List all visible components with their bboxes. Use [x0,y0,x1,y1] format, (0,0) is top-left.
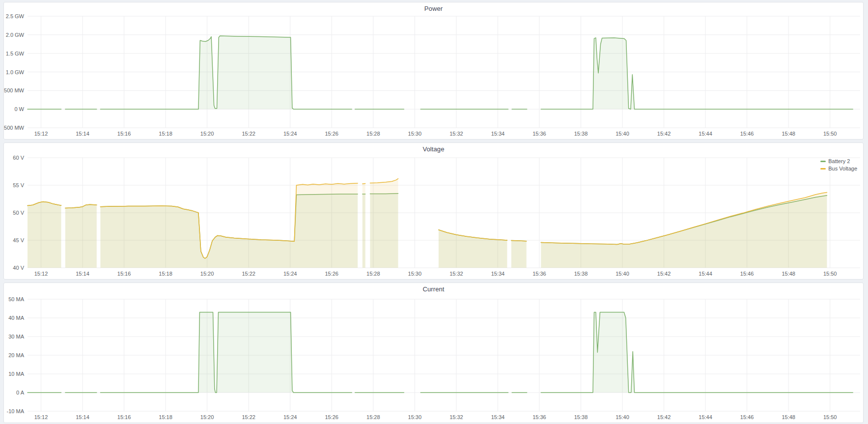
y-axis-tick-label: 1.5 GW [6,51,25,57]
x-axis-tick-label: 15:22 [242,414,255,420]
x-axis-tick-label: 15:14 [76,414,89,420]
grafana-dashboard: { "colors": { "green": "#7EB26D", "yello… [0,0,868,424]
power-gw-area-fill [541,38,853,109]
x-axis-tick-label: 15:16 [117,271,131,277]
battery-2-series-swatch [820,161,826,162]
x-axis-tick-label: 15:30 [408,271,422,277]
x-axis-tick-label: 15:30 [408,414,422,420]
x-axis-tick-label: 15:48 [782,131,795,137]
x-axis-tick-label: 15:36 [532,271,546,277]
x-axis-tick-label: 15:22 [242,271,255,277]
x-axis-tick-label: 15:12 [34,271,48,277]
x-axis-tick-label: 15:44 [699,131,712,137]
y-axis-tick-label: -10 MA [7,408,25,414]
y-axis-tick-label: 40 V [13,265,24,271]
x-axis-tick-label: 15:38 [574,131,588,137]
x-axis-tick-label: 15:14 [76,131,89,137]
legend-label-bus-voltage[interactable]: Bus Voltage [828,165,857,172]
x-axis-tick-label: 15:32 [449,131,463,137]
power-gw-line [541,38,853,109]
bus-voltage-area-fill [65,204,97,268]
voltage-chart-plot[interactable]: 60 V55 V50 V45 V40 V15:1215:1415:1615:18… [4,143,863,279]
x-axis-tick-label: 15:24 [283,131,297,137]
x-axis-tick-label: 15:44 [699,414,712,420]
current-ma-line [541,312,853,393]
x-axis-tick-label: 15:26 [325,131,338,137]
y-axis-tick-label: 50 V [13,210,24,216]
bus-voltage-area-fill [439,230,507,268]
x-axis-tick-label: 15:44 [699,271,712,277]
power-panel: Power 2.5 GW2.0 GW1.5 GW1.0 GW500 MW0 W-… [3,2,864,140]
current-panel: Current 50 MA40 MA30 MA20 MA10 MA0 A-10 … [3,283,864,423]
bus-voltage-line [363,184,365,184]
x-axis-tick-label: 15:26 [325,271,338,277]
x-axis-tick-label: 15:20 [200,414,214,420]
y-axis-tick-label: 1.0 GW [6,69,25,75]
voltage-panel-title[interactable]: Voltage [4,145,863,153]
x-axis-tick-label: 15:34 [491,414,505,420]
x-axis-tick-label: 15:18 [159,131,172,137]
y-axis-tick-label: 2.5 GW [6,13,25,19]
bus-voltage-area-fill [370,179,398,268]
x-axis-tick-label: 15:38 [574,414,588,420]
y-axis-tick-label: 0 A [16,390,25,396]
current-panel-title[interactable]: Current [4,285,863,293]
x-axis-tick-label: 15:12 [34,414,48,420]
x-axis-tick-label: 15:30 [408,131,422,137]
power-chart-plot[interactable]: 2.5 GW2.0 GW1.5 GW1.0 GW500 MW0 W-500 MW… [4,2,863,139]
x-axis-tick-label: 15:28 [366,131,380,137]
x-axis-tick-label: 15:14 [76,271,89,277]
current-ma-area-fill [541,312,853,393]
x-axis-tick-label: 15:28 [366,271,380,277]
x-axis-tick-label: 15:20 [200,271,214,277]
x-axis-tick-label: 15:36 [532,131,546,137]
x-axis-tick-label: 15:24 [283,414,297,420]
current-chart-plot[interactable]: 50 MA40 MA30 MA20 MA10 MA0 A-10 MA15:121… [4,283,863,423]
current-ma-area-fill [100,312,352,393]
y-axis-tick-label: 60 V [13,155,24,161]
x-axis-tick-label: 15:46 [740,271,754,277]
voltage-panel: Voltage 60 V55 V50 V45 V40 V15:1215:1415… [3,142,864,280]
y-axis-tick-label: -500 MW [4,125,25,131]
power-gw-area-fill [100,36,352,109]
x-axis-tick-label: 15:34 [491,131,505,137]
x-axis-tick-label: 15:46 [740,131,754,137]
y-axis-tick-label: 55 V [13,182,24,188]
x-axis-tick-label: 15:50 [823,131,837,137]
x-axis-tick-label: 15:34 [491,271,505,277]
x-axis-tick-label: 15:16 [117,131,131,137]
y-axis-tick-label: 10 MA [8,371,24,377]
x-axis-tick-label: 15:42 [657,271,671,277]
x-axis-tick-label: 15:32 [449,271,463,277]
x-axis-tick-label: 15:24 [283,271,297,277]
bus-voltage-area-fill [511,241,527,268]
y-axis-tick-label: 0 W [14,106,24,112]
y-axis-tick-label: 30 MA [8,334,24,339]
x-axis-tick-label: 15:50 [823,414,837,420]
x-axis-tick-label: 15:16 [117,414,131,420]
bus-voltage-area-fill [363,184,365,268]
x-axis-tick-label: 15:26 [325,414,338,420]
bus-voltage-area-fill [28,202,61,268]
y-axis-tick-label: 40 MA [8,315,24,321]
legend-label-battery-2[interactable]: Battery 2 [828,158,850,165]
legend-item-bus-voltage[interactable]: Bus Voltage [820,165,857,172]
x-axis-tick-label: 15:50 [823,271,837,277]
x-axis-tick-label: 15:40 [616,131,629,137]
power-panel-title[interactable]: Power [4,5,863,12]
bus-voltage-series-swatch [820,168,826,170]
x-axis-tick-label: 15:42 [657,414,671,420]
y-axis-tick-label: 500 MW [4,87,25,93]
bus-voltage-area-fill [100,183,358,268]
legend-item-battery-2[interactable]: Battery 2 [820,158,857,165]
y-axis-tick-label: 20 MA [8,352,24,358]
x-axis-tick-label: 15:48 [782,271,795,277]
x-axis-tick-label: 15:32 [449,414,463,420]
y-axis-tick-label: 50 MA [8,296,24,302]
x-axis-tick-label: 15:20 [200,131,214,137]
x-axis-tick-label: 15:36 [532,414,546,420]
x-axis-tick-label: 15:22 [242,131,255,137]
y-axis-tick-label: 45 V [13,237,24,243]
x-axis-tick-label: 15:28 [366,414,380,420]
x-axis-tick-label: 15:42 [657,131,671,137]
